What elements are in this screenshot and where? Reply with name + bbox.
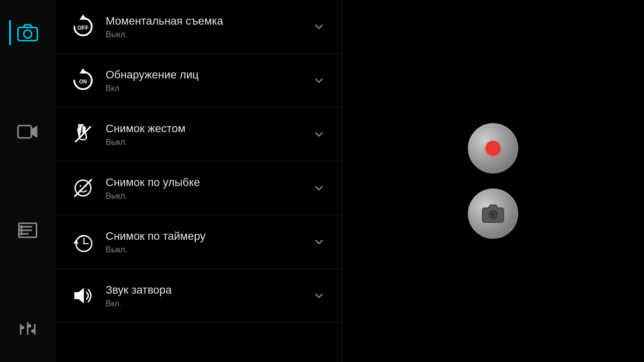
timer-icon (65, 224, 101, 259)
svg-point-35 (491, 213, 495, 217)
face-detection-title: Обнаружение лиц (106, 68, 311, 82)
svg-marker-33 (74, 288, 84, 303)
shutter-sound-chevron (311, 289, 327, 303)
svg-marker-20 (79, 15, 87, 20)
svg-point-10 (21, 233, 23, 235)
gesture-icon (65, 117, 101, 152)
svg-marker-22 (79, 68, 87, 73)
svg-text:ON: ON (79, 79, 87, 84)
sidebar-item-camera[interactable] (10, 15, 45, 50)
sidebar-item-video[interactable] (10, 114, 45, 149)
smile-shot-title: Снимок по улыбке (106, 175, 311, 190)
instant-shot-title: Моментальная съемка (106, 14, 311, 29)
sound-icon (65, 278, 101, 313)
gesture-shot-title: Снимок жестом (106, 122, 311, 136)
shutter-sound-text: Звук затвора Вкл. (101, 283, 311, 309)
gesture-shot-value: Выкл. (106, 138, 311, 147)
svg-rect-2 (18, 125, 31, 138)
gesture-shot-chevron (311, 127, 327, 141)
instant-shot-text: Моментальная съемка Выкл. (101, 14, 311, 40)
panel-divider (337, 0, 338, 362)
instant-shot-value: Выкл. (106, 30, 311, 39)
face-detection-text: Обнаружение лиц Вкл (101, 68, 311, 94)
sidebar-item-settings[interactable] (10, 312, 45, 347)
svg-point-17 (21, 326, 24, 329)
setting-row-instant-shot[interactable]: OFF Моментальная съемка Выкл. (55, 0, 342, 54)
shutter-sound-value: Вкл. (106, 299, 311, 308)
timer-shot-text: Снимок по таймеру Выкл. (101, 229, 311, 255)
setting-row-face-detection[interactable]: ON Обнаружение лиц Вкл (55, 54, 342, 108)
svg-text:OFF: OFF (77, 25, 89, 31)
settings-panel: OFF Моментальная съемка Выкл. ON Обнаруж… (55, 0, 342, 362)
timer-shot-value: Выкл. (106, 245, 311, 254)
setting-row-timer-shot[interactable]: Снимок по таймеру Выкл. (55, 215, 342, 269)
svg-point-9 (21, 230, 23, 232)
face-detection-value: Вкл (106, 84, 311, 93)
timer-shot-title: Снимок по таймеру (106, 229, 311, 244)
smile-shot-chevron (311, 181, 327, 195)
svg-point-26 (79, 185, 81, 187)
setting-row-shutter-sound[interactable]: Звук затвора Вкл. (55, 269, 342, 323)
svg-point-1 (24, 30, 32, 38)
timer-shot-chevron (311, 235, 327, 249)
record-button[interactable] (468, 123, 518, 173)
svg-point-19 (31, 329, 35, 333)
gesture-shot-text: Снимок жестом Выкл. (101, 122, 311, 147)
camera-area (342, 0, 644, 362)
svg-marker-3 (31, 125, 37, 138)
setting-row-gesture-shot[interactable]: Снимок жестом Выкл. (55, 108, 342, 161)
photo-button[interactable] (468, 189, 518, 239)
svg-line-28 (74, 179, 92, 197)
off-icon: OFF (65, 9, 101, 44)
face-on-icon: ON (65, 63, 101, 98)
face-detection-chevron (311, 73, 327, 87)
svg-point-8 (21, 226, 23, 228)
svg-marker-32 (73, 240, 78, 244)
setting-row-smile-shot[interactable]: Снимок по улыбке Выкл. (55, 161, 342, 215)
smile-shot-value: Выкл. (106, 192, 311, 201)
smile-icon (65, 170, 101, 206)
smile-shot-text: Снимок по улыбке Выкл. (101, 175, 311, 201)
svg-point-18 (28, 324, 31, 327)
instant-shot-chevron (311, 20, 327, 34)
sidebar (0, 0, 55, 362)
sidebar-item-effects[interactable] (10, 213, 45, 248)
shutter-sound-title: Звук затвора (106, 283, 311, 298)
